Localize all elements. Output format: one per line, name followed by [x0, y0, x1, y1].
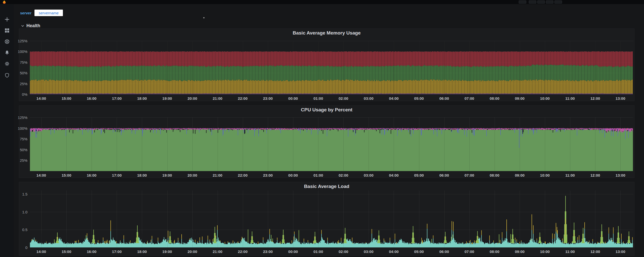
panel-title[interactable]: CPU Usage by Percent: [19, 107, 634, 113]
x-axis-tick-label: 13:00: [616, 173, 625, 177]
x-axis-tick-label: 08:00: [490, 249, 499, 254]
x-axis-tick-label: 07:00: [465, 96, 474, 101]
x-axis-tick-label: 14:00: [36, 173, 46, 177]
x-axis-tick-label: 05:00: [414, 173, 424, 177]
x-axis-tick-label: 09:00: [515, 249, 525, 254]
x-axis-tick-label: 21:00: [213, 249, 222, 254]
y-axis-tick-label: 25%: [20, 81, 27, 86]
x-axis-tick-label: 07:00: [465, 173, 474, 177]
x-axis-tick-label: 19:00: [162, 173, 172, 177]
add-plus-icon[interactable]: [4, 16, 10, 23]
server-admin-shield-icon[interactable]: [4, 72, 10, 79]
y-axis-tick-label: 75%: [20, 137, 27, 141]
x-axis-tick-label: 09:00: [515, 173, 525, 177]
y-axis-tick-label: 25%: [20, 158, 27, 163]
left-sidebar: [0, 0, 14, 257]
x-axis-tick-label: 18:00: [137, 96, 147, 101]
x-axis-tick-label: 02:00: [339, 173, 348, 177]
x-axis-tick-label: 08:00: [490, 96, 499, 101]
variable-dropdown[interactable]: servername: [34, 10, 63, 16]
topbar-partial-button[interactable]: [519, 1, 526, 4]
x-axis-tick-label: 12:00: [590, 249, 600, 254]
x-axis-tick-label: 06:00: [439, 173, 449, 177]
x-axis-tick-label: 17:00: [112, 249, 122, 254]
x-axis-tick-label: 14:00: [36, 96, 46, 101]
x-axis-tick-label: 10:00: [540, 249, 550, 254]
x-axis-tick-label: 20:00: [187, 96, 197, 101]
y-axis-tick-label: 0: [25, 245, 27, 250]
average-load-plot: 00.51.01.514:0015:0016:0017:0018:0019:00…: [30, 190, 633, 247]
y-axis-tick-label: 50%: [20, 71, 27, 75]
x-axis-tick-label: 14:00: [36, 249, 46, 254]
x-axis-tick-label: 20:00: [187, 173, 197, 177]
x-axis-tick-label: 16:00: [87, 249, 96, 254]
topbar-partial-button[interactable]: [529, 1, 536, 4]
x-axis-tick-label: 13:00: [616, 249, 625, 254]
load-chart-canvas[interactable]: [30, 190, 633, 247]
grafana-logo-icon[interactable]: [2, 0, 7, 4]
chevron-down-icon: [21, 24, 24, 28]
x-axis-tick-label: 11:00: [565, 249, 575, 254]
x-axis-tick-label: 10:00: [540, 173, 550, 177]
panel-memory-usage: Basic Average Memory Usage 0%25%50%75%10…: [19, 28, 634, 101]
explore-compass-icon[interactable]: [4, 38, 10, 45]
y-axis-tick-label: 50%: [20, 147, 27, 152]
dashboard-content: server servername Health Basic Average M…: [14, 4, 644, 257]
x-axis-tick-label: 05:00: [414, 249, 424, 254]
top-navbar: [0, 0, 644, 4]
x-axis-tick-label: 17:00: [112, 173, 122, 177]
x-axis-tick-label: 03:00: [364, 249, 373, 254]
x-axis-tick-label: 02:00: [339, 96, 348, 101]
x-axis-tick-label: 04:00: [389, 96, 398, 101]
template-variable-row: server servername: [20, 10, 63, 16]
dot-indicator: [203, 17, 205, 18]
panel-title[interactable]: Basic Average Memory Usage: [19, 30, 634, 36]
x-axis-tick-label: 16:00: [87, 173, 96, 177]
x-axis-tick-label: 05:00: [414, 96, 424, 101]
x-axis-tick-label: 00:00: [288, 173, 298, 177]
y-axis-tick-label: 0%: [22, 92, 27, 97]
topbar-partial-button[interactable]: [537, 1, 545, 4]
x-axis-tick-label: 06:00: [439, 96, 449, 101]
cpu-usage-plot: 25%50%75%100%125%14:0015:0016:0017:0018:…: [30, 117, 633, 171]
x-axis-tick-label: 20:00: [187, 249, 197, 254]
panel-title[interactable]: Basic Average Load: [19, 184, 634, 189]
x-axis-tick-label: 15:00: [62, 173, 71, 177]
y-axis-tick-label: 75%: [20, 60, 27, 64]
y-axis-tick-label: 125%: [18, 39, 27, 43]
topbar-partial-button[interactable]: [554, 1, 562, 4]
x-axis-tick-label: 22:00: [238, 173, 248, 177]
row-header-health[interactable]: Health: [21, 23, 40, 28]
memory-chart-canvas[interactable]: [30, 41, 633, 94]
configuration-gear-icon[interactable]: [4, 60, 10, 67]
x-axis-tick-label: 19:00: [162, 249, 172, 254]
topbar-partial-button[interactable]: [546, 1, 553, 4]
x-axis-tick-label: 17:00: [112, 96, 122, 101]
alerting-bell-icon[interactable]: [4, 49, 10, 56]
dashboards-grid-icon[interactable]: [4, 27, 10, 34]
panel-average-load: Basic Average Load 00.51.01.514:0015:001…: [19, 182, 634, 256]
y-axis-tick-label: 100%: [18, 126, 27, 130]
panel-cpu-usage: CPU Usage by Percent 25%50%75%100%125%14…: [19, 105, 634, 178]
cpu-chart-canvas[interactable]: [30, 117, 633, 171]
y-axis-tick-label: 1.0: [22, 210, 27, 214]
variable-label: server: [20, 11, 31, 15]
x-axis-tick-label: 04:00: [389, 173, 398, 177]
x-axis-tick-label: 22:00: [238, 249, 248, 254]
y-axis-tick-label: 0.5: [22, 228, 27, 232]
x-axis-tick-label: 11:00: [565, 173, 575, 177]
x-axis-tick-label: 21:00: [213, 173, 222, 177]
x-axis-tick-label: 07:00: [465, 249, 474, 254]
x-axis-tick-label: 16:00: [87, 96, 96, 101]
x-axis-tick-label: 18:00: [137, 249, 147, 254]
x-axis-tick-label: 12:00: [590, 96, 600, 101]
x-axis-tick-label: 01:00: [313, 249, 323, 254]
x-axis-tick-label: 10:00: [540, 96, 550, 101]
x-axis-tick-label: 09:00: [515, 96, 525, 101]
x-axis-tick-label: 15:00: [62, 96, 71, 101]
x-axis-tick-label: 04:00: [389, 249, 398, 254]
y-axis-tick-label: 100%: [18, 49, 27, 54]
x-axis-tick-label: 23:00: [263, 173, 273, 177]
row-title: Health: [26, 23, 40, 28]
x-axis-tick-label: 23:00: [263, 96, 273, 101]
